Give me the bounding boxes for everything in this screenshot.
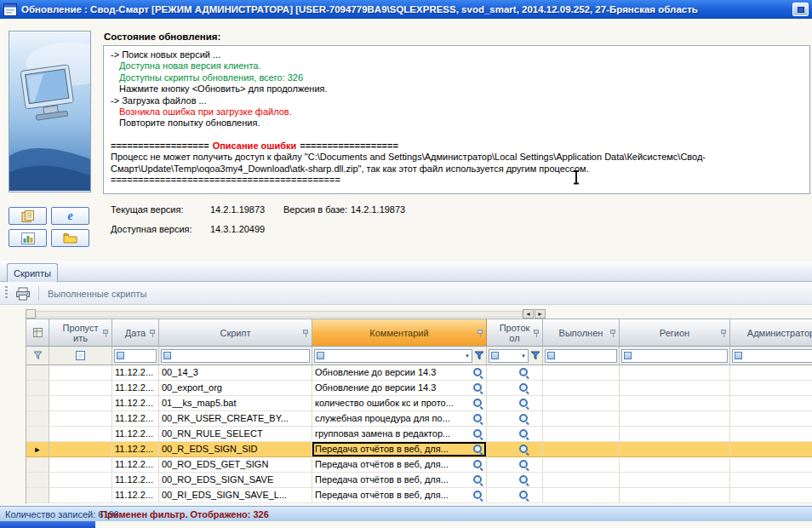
magnifier-icon[interactable] xyxy=(473,414,483,424)
pin-icon[interactable] xyxy=(150,330,156,339)
cell-skip[interactable] xyxy=(49,488,112,503)
filter-field-icon xyxy=(317,352,324,359)
table-row[interactable]: 11.12.2... 00_RK_USER_CREATE_BY... служе… xyxy=(26,411,812,427)
magnifier-icon[interactable] xyxy=(473,368,483,378)
dropdown-arrow-icon[interactable]: ▼ xyxy=(521,353,526,359)
cell-skip[interactable] xyxy=(49,381,112,396)
header-comment[interactable]: Комментарий xyxy=(312,319,487,347)
pin-icon[interactable] xyxy=(303,330,309,339)
header-admin[interactable]: Администратор xyxy=(730,319,812,347)
magnifier-icon[interactable] xyxy=(519,368,529,378)
cell-script: 00_export_org xyxy=(159,381,312,396)
magnifier-icon[interactable] xyxy=(519,491,529,501)
header-corner[interactable] xyxy=(26,319,49,347)
logo-panel-image xyxy=(9,31,91,192)
filter-funnel-icon xyxy=(33,351,43,360)
magnifier-icon[interactable] xyxy=(473,475,483,485)
pin-icon[interactable] xyxy=(610,330,616,339)
pin-icon[interactable] xyxy=(721,330,727,339)
table-row[interactable]: 11.12.2... 00_RO_EDS_GET_SIGN Передача о… xyxy=(26,457,812,473)
filter-comment[interactable]: ▼ xyxy=(312,347,487,365)
filter-skip[interactable] xyxy=(49,347,112,365)
table-row[interactable]: 11.12.2... 00_export_org Обновление до в… xyxy=(26,381,812,396)
row-indicator xyxy=(26,473,49,488)
print-button[interactable] xyxy=(13,284,33,302)
toolbar-grip[interactable] xyxy=(5,286,8,300)
magnifier-icon[interactable] xyxy=(519,399,529,409)
magnifier-icon[interactable] xyxy=(473,399,483,409)
filter-admin[interactable] xyxy=(730,347,812,365)
header-executed[interactable]: Выполнен xyxy=(543,319,620,347)
row-indicator xyxy=(26,365,49,381)
magnifier-icon[interactable] xyxy=(473,460,483,470)
log-line: -> Поиск новых версий ... xyxy=(111,49,803,60)
hscroll-right-arrow[interactable]: ► xyxy=(535,309,546,319)
table-row[interactable]: 11.12.2... 00_RN_RULE_SELECT групповая з… xyxy=(26,427,812,442)
hscroll-left-arrow[interactable]: ◄ xyxy=(523,309,534,319)
header-script[interactable]: Скрипт xyxy=(159,319,312,347)
magnifier-icon[interactable] xyxy=(473,429,483,439)
active-filter-funnel-icon[interactable] xyxy=(530,351,540,360)
chart-button[interactable] xyxy=(9,229,47,247)
filter-executed[interactable] xyxy=(543,347,620,365)
cell-date: 11.12.2... xyxy=(112,396,159,411)
cell-comment-focused[interactable]: Передача отчётов в веб, для... xyxy=(312,442,487,457)
active-filter-funnel-icon[interactable] xyxy=(474,351,484,360)
cell-script: 00_14_3 xyxy=(159,365,312,381)
log-line: -> Загрузка файлов ... xyxy=(111,95,803,106)
cell-admin xyxy=(730,365,812,381)
magnifier-icon[interactable] xyxy=(519,445,529,455)
table-row[interactable]: 11.12.2... 00_RI_EDS_SIGN_SAVE_L... Пере… xyxy=(26,488,812,503)
update-status-heading: Состояние обновления: xyxy=(104,32,220,42)
pin-icon[interactable] xyxy=(477,330,483,339)
hscrollbar-track[interactable] xyxy=(36,311,523,318)
cell-skip[interactable] xyxy=(49,457,112,473)
current-version-value: 14.2.1.19873 xyxy=(210,204,265,215)
filter-protocol[interactable]: ▼ xyxy=(487,347,543,365)
magnifier-icon[interactable] xyxy=(519,414,529,424)
journal-button[interactable] xyxy=(9,207,47,225)
cell-skip[interactable] xyxy=(49,473,112,488)
titlebar-button[interactable] xyxy=(792,3,809,16)
magnifier-icon[interactable] xyxy=(519,475,529,485)
cell-skip[interactable] xyxy=(49,442,112,457)
filter-corner[interactable] xyxy=(26,347,49,365)
error-message: Процесс не может получить доступ к файлу… xyxy=(111,152,803,175)
header-date[interactable]: Дата xyxy=(112,319,159,347)
table-row-selected[interactable]: ► 11.12.2... 00_R_EDS_SIGN_SID Передача … xyxy=(26,442,812,457)
executed-scripts-label: Выполненные скрипты xyxy=(48,289,146,299)
magnifier-icon[interactable] xyxy=(473,491,483,501)
table-row[interactable]: 11.12.2... 00_RO_EDS_SIGN_SAVE Передача … xyxy=(26,473,812,488)
row-indicator: ► xyxy=(26,442,49,457)
cell-skip[interactable] xyxy=(49,411,112,427)
filter-region[interactable] xyxy=(620,347,730,365)
dropdown-arrow-icon[interactable]: ▼ xyxy=(465,353,470,359)
cell-skip[interactable] xyxy=(49,427,112,442)
table-row[interactable]: 11.12.2... 01__ks_map5.bat количество ош… xyxy=(26,396,812,411)
magnifier-icon[interactable] xyxy=(473,383,483,393)
cell-comment: количество ошибок кс и прото... xyxy=(312,396,487,411)
header-protocol[interactable]: Протокол xyxy=(487,319,543,347)
browser-button[interactable]: e xyxy=(51,207,89,225)
header-skip[interactable]: Пропустить xyxy=(49,319,112,347)
filter-date[interactable] xyxy=(112,347,159,365)
cell-skip[interactable] xyxy=(49,365,112,381)
pin-icon[interactable] xyxy=(103,330,109,339)
header-region[interactable]: Регион xyxy=(620,319,730,347)
checkbox-icon[interactable] xyxy=(76,351,85,360)
magnifier-icon[interactable] xyxy=(519,460,529,470)
cell-executed xyxy=(543,396,620,411)
cell-executed xyxy=(543,473,620,488)
folder-button[interactable] xyxy=(51,229,89,247)
cell-admin xyxy=(730,427,812,442)
filter-script[interactable] xyxy=(159,347,312,365)
cell-script: 00_RI_EDS_SIGN_SAVE_L... xyxy=(159,488,312,503)
magnifier-icon[interactable] xyxy=(519,383,529,393)
tab-scripts[interactable]: Скрипты xyxy=(7,263,58,282)
magnifier-icon[interactable] xyxy=(519,429,529,439)
cell-comment: служебная процедура для по... xyxy=(312,411,487,427)
magnifier-icon[interactable] xyxy=(473,445,483,455)
pin-icon[interactable] xyxy=(534,330,540,339)
table-row[interactable]: 11.12.2... 00_14_3 Обновление до версии … xyxy=(26,365,812,381)
cell-skip[interactable] xyxy=(49,396,112,411)
